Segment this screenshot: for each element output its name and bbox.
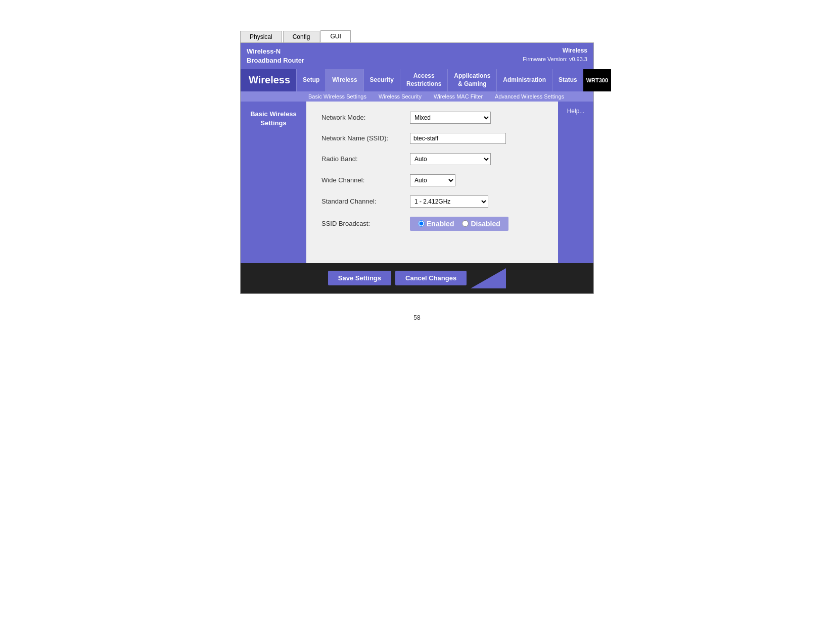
help-panel: Help...: [558, 102, 593, 263]
save-settings-button[interactable]: Save Settings: [328, 271, 391, 285]
radio-band-control: Auto Standard - 20MHz Channel Wide - 40M…: [410, 153, 491, 165]
action-bar: Save Settings Cancel Changes: [241, 263, 593, 293]
ssid-input[interactable]: [410, 133, 506, 144]
ssid-broadcast-radio-group: Enabled Disabled: [410, 217, 508, 231]
radio-band-label: Radio Band:: [321, 155, 410, 163]
ssid-disabled-radio[interactable]: [462, 220, 469, 227]
subnav-security[interactable]: Wireless Security: [377, 92, 424, 101]
ssid-enabled-label[interactable]: Enabled: [418, 220, 454, 228]
wide-channel-control: Auto 123: [410, 174, 455, 186]
nav-bar: Wireless Setup Wireless Security Access …: [241, 69, 593, 91]
ssid-disabled-label[interactable]: Disabled: [462, 220, 500, 228]
subnav-mac[interactable]: Wireless MAC Filter: [432, 92, 485, 101]
nav-item-status[interactable]: Status: [552, 69, 583, 91]
standard-channel-row: Standard Channel: 1 - 2.412GHz 2 - 2.417…: [321, 195, 543, 208]
radio-band-select[interactable]: Auto Standard - 20MHz Channel Wide - 40M…: [410, 153, 491, 165]
product-name-header: Wireless: [523, 47, 587, 54]
wide-channel-label: Wide Channel:: [321, 176, 410, 184]
nav-item-admin[interactable]: Administration: [496, 69, 552, 91]
ssid-enabled-text: Enabled: [427, 220, 454, 228]
ssid-broadcast-label: SSID Broadcast:: [321, 220, 410, 227]
nav-item-setup[interactable]: Setup: [296, 69, 326, 91]
nav-item-apps[interactable]: Applications & Gaming: [447, 69, 496, 91]
ssid-broadcast-row: SSID Broadcast: Enabled Disabled: [321, 217, 543, 231]
wide-channel-row: Wide Channel: Auto 123: [321, 174, 543, 186]
ssid-enabled-radio[interactable]: [418, 220, 425, 227]
router-brand: Wireless-N Broadband Router: [247, 47, 304, 65]
cancel-changes-button[interactable]: Cancel Changes: [395, 271, 467, 285]
nav-logo: Wireless: [241, 69, 296, 91]
page-number: 58: [240, 314, 594, 321]
network-mode-control: Mixed Wireless-B Only Wireless-G Only Wi…: [410, 112, 491, 124]
firmware-version: Firmware Version: v0.93.3: [523, 56, 587, 62]
tab-gui[interactable]: GUI: [320, 30, 350, 42]
wide-channel-select[interactable]: Auto 123: [410, 174, 455, 186]
sidebar: Basic Wireless Settings: [241, 102, 306, 263]
router-header: Wireless-N Broadband Router Wireless Fir…: [241, 43, 593, 69]
ssid-control: [410, 133, 506, 144]
content-area: Basic Wireless Settings Network Mode: Mi…: [241, 102, 593, 263]
ssid-row: Network Name (SSID):: [321, 133, 543, 144]
brand-line1: Wireless-N: [247, 47, 304, 56]
standard-channel-select[interactable]: 1 - 2.412GHz 2 - 2.417GHz 6 - 2.437GHz 1…: [410, 195, 488, 208]
standard-channel-label: Standard Channel:: [321, 197, 410, 205]
help-button[interactable]: Help...: [565, 106, 587, 117]
nav-item-wireless[interactable]: Wireless: [326, 69, 363, 91]
ssid-broadcast-control: Enabled Disabled: [410, 217, 508, 231]
tab-physical[interactable]: Physical: [240, 31, 282, 42]
router-ui: Wireless-N Broadband Router Wireless Fir…: [240, 42, 594, 294]
radio-band-row: Radio Band: Auto Standard - 20MHz Channe…: [321, 153, 543, 165]
wrt-badge: WRT300: [583, 69, 611, 91]
standard-channel-control: 1 - 2.412GHz 2 - 2.417GHz 6 - 2.437GHz 1…: [410, 195, 488, 208]
sidebar-title: Basic Wireless Settings: [248, 106, 299, 132]
ssid-disabled-text: Disabled: [471, 220, 500, 228]
subnav-advanced[interactable]: Advanced Wireless Settings: [493, 92, 566, 101]
nav-item-security[interactable]: Security: [363, 69, 400, 91]
network-mode-select[interactable]: Mixed Wireless-B Only Wireless-G Only Wi…: [410, 112, 491, 124]
nav-item-access[interactable]: Access Restrictions: [400, 69, 447, 91]
tab-config[interactable]: Config: [283, 31, 320, 42]
subnav-basic[interactable]: Basic Wireless Settings: [306, 92, 368, 101]
page-wrapper: Physical Config GUI Wireless-N Broadband…: [240, 30, 594, 321]
network-mode-label: Network Mode:: [321, 114, 410, 121]
sub-nav: Basic Wireless Settings Wireless Securit…: [241, 91, 593, 102]
brand-line2: Broadband Router: [247, 56, 304, 65]
top-tabs: Physical Config GUI: [240, 30, 594, 42]
nav-items: Setup Wireless Security Access Restricti…: [296, 69, 583, 91]
ssid-label: Network Name (SSID):: [321, 134, 410, 142]
main-content: Network Mode: Mixed Wireless-B Only Wire…: [306, 102, 558, 263]
network-mode-row: Network Mode: Mixed Wireless-B Only Wire…: [321, 112, 543, 124]
corner-decoration: [471, 268, 506, 288]
